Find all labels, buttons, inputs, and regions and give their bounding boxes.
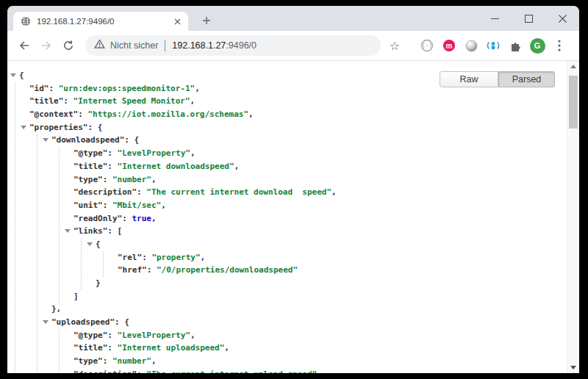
screenshot-root: { "tab": { "title": "192.168.1.27:9496/0… <box>0 0 588 379</box>
collapse-caret-icon[interactable] <box>87 242 93 246</box>
profile-avatar[interactable]: G <box>526 35 548 57</box>
json-tree: {"id": "urn:dev:ops:speedmonitor-1","tit… <box>7 61 567 373</box>
vertical-scrollbar[interactable] <box>567 61 579 373</box>
json-key: "rel" <box>118 253 142 262</box>
json-key: "description" <box>74 369 137 373</box>
json-punct: ] <box>74 292 79 301</box>
json-punct: : <box>142 253 151 262</box>
json-string: "number" <box>112 356 151 366</box>
json-key: "title" <box>29 96 63 106</box>
avatar-initial: G <box>534 41 541 50</box>
browser-toolbar: Nicht sicher 192.168.1.27:9496/0 ☆ (-) m… <box>7 31 579 61</box>
tab-title: 192.168.1.27:9496/0 <box>37 17 171 26</box>
json-line: "@type": "LevelProperty", <box>7 147 567 160</box>
json-key: "uploadspeed" <box>51 317 115 327</box>
json-punct: : <box>122 214 132 223</box>
collapse-caret-icon[interactable] <box>65 229 71 233</box>
json-punct: : <box>103 356 112 366</box>
json-string: "/0/properties/downloadspeed" <box>157 265 298 275</box>
json-punct: , <box>161 201 166 210</box>
tab-close-icon[interactable] <box>171 15 184 28</box>
chrome-menu-icon[interactable] <box>548 35 570 57</box>
json-punct: , <box>151 175 157 184</box>
json-punct: : <box>107 343 117 353</box>
new-tab-button[interactable] <box>197 11 216 30</box>
json-punct: { <box>96 239 101 249</box>
scroll-down-arrow-icon[interactable] <box>570 366 576 369</box>
extension-json-viewer-icon[interactable]: (-) <box>416 35 438 57</box>
json-punct: , <box>201 253 206 262</box>
collapse-caret-icon[interactable] <box>10 73 16 77</box>
not-secure-warning-icon[interactable] <box>94 39 105 52</box>
json-line: "href": "/0/properties/downloadspeed" <box>7 264 567 277</box>
json-key: "href" <box>118 265 147 275</box>
extension-pink-m-icon[interactable]: m <box>438 35 460 57</box>
globe-favicon-icon <box>21 16 31 26</box>
json-punct: , <box>224 343 229 353</box>
bookmark-star-icon[interactable]: ☆ <box>384 35 406 57</box>
collapse-caret-icon[interactable] <box>43 138 49 142</box>
collapse-caret-icon[interactable] <box>21 126 26 129</box>
minimize-button[interactable] <box>478 6 512 31</box>
json-punct: , <box>195 84 200 93</box>
json-string: "LevelProperty" <box>118 331 190 340</box>
json-key: "links" <box>74 226 107 236</box>
json-key: "downloadspeed" <box>51 135 124 145</box>
scrollbar-thumb[interactable] <box>569 76 578 129</box>
json-line: "links": [ <box>7 225 567 238</box>
json-punct: : <box>107 331 117 340</box>
json-key: "@type" <box>74 148 107 158</box>
json-string: "number" <box>112 175 151 184</box>
json-punct: : { <box>124 135 139 145</box>
json-punct: , <box>151 356 157 366</box>
security-label[interactable]: Nicht sicher <box>110 40 158 51</box>
address-divider <box>165 40 165 51</box>
json-line: "title": "Internet Speed Monitor", <box>7 95 567 108</box>
scroll-up-arrow-icon[interactable] <box>570 65 576 68</box>
browser-tab[interactable]: 192.168.1.27:9496/0 <box>13 12 188 31</box>
close-window-button[interactable] <box>545 6 579 31</box>
url-path: :9496/0 <box>226 40 257 51</box>
extension-sphere-icon[interactable] <box>460 35 482 57</box>
json-punct: , <box>317 369 322 373</box>
json-punct: : <box>78 109 87 119</box>
json-key: "type" <box>74 356 103 366</box>
json-key: "description" <box>74 187 137 197</box>
json-line: "downloadspeed": { <box>7 134 567 147</box>
json-key: "properties" <box>29 123 87 132</box>
window-controls <box>478 6 579 31</box>
json-key: "unit" <box>74 201 103 210</box>
back-button[interactable] <box>13 35 35 57</box>
collapse-caret-icon[interactable] <box>43 320 49 324</box>
json-line: "@context": "https://iot.mozilla.org/sch… <box>7 108 567 121</box>
json-line: "title": "Internet uploadspeed", <box>7 342 567 355</box>
json-punct: }, <box>51 304 61 314</box>
json-line: "uploadspeed": { <box>7 316 567 329</box>
json-punct: , <box>190 96 196 106</box>
reload-button[interactable] <box>57 35 79 57</box>
raw-button[interactable]: Raw <box>440 71 498 87</box>
json-key: "id" <box>29 84 49 93</box>
json-punct: : <box>63 96 73 106</box>
extensions-puzzle-icon[interactable] <box>504 35 526 57</box>
parsed-button[interactable]: Parsed <box>498 71 555 87</box>
json-punct: : <box>107 162 117 171</box>
json-string: "The current internet upload speed" <box>146 369 317 373</box>
url-text[interactable]: 192.168.1.27:9496/0 <box>172 40 257 51</box>
address-bar[interactable]: Nicht sicher 192.168.1.27:9496/0 <box>85 35 381 56</box>
maximize-button[interactable] <box>512 6 545 31</box>
view-toggle: Raw Parsed <box>440 71 555 87</box>
json-string: "Mbit/sec" <box>112 201 161 210</box>
json-line: "description": "The current internet upl… <box>7 368 567 373</box>
json-string: "https://iot.mozilla.org/schemas" <box>87 109 248 119</box>
json-punct: : { <box>87 123 102 132</box>
svg-text:(-): (-) <box>422 43 432 49</box>
forward-button[interactable] <box>35 35 57 57</box>
json-string: "LevelProperty" <box>118 148 190 158</box>
json-punct: : { <box>115 317 129 327</box>
json-punct: : [ <box>107 226 122 236</box>
json-string: "The current internet download speed" <box>146 187 331 197</box>
json-punct: , <box>331 187 337 197</box>
extension-blue-bot-icon[interactable] <box>482 35 504 57</box>
json-line: ] <box>7 290 567 303</box>
